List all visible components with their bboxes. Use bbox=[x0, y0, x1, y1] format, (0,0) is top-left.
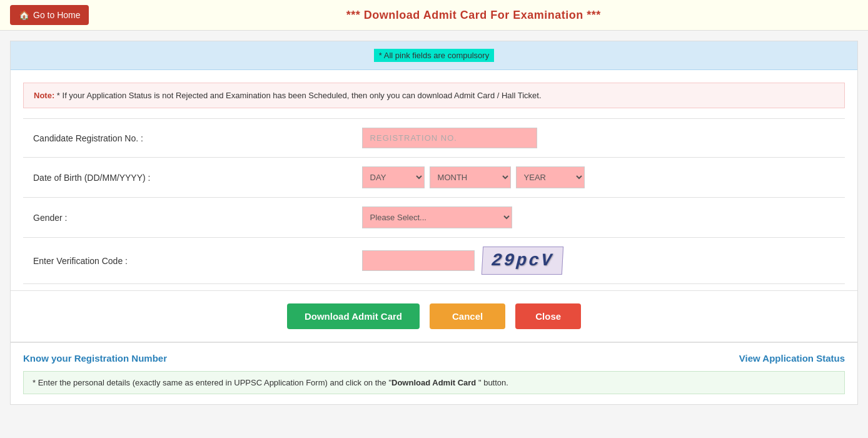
dob-group: DAY MONTH YEAR bbox=[362, 166, 835, 188]
field-cell-dob: DAY MONTH YEAR bbox=[352, 158, 845, 198]
field-label-registration: Candidate Registration No. : bbox=[23, 119, 352, 158]
captcha-image: 29pcV bbox=[481, 247, 563, 275]
field-label-verification: Enter Verification Code : bbox=[23, 238, 352, 284]
home-icon: 🏠 bbox=[19, 10, 29, 20]
table-row: Date of Birth (DD/MM/YYYY) : DAY MONTH Y… bbox=[23, 158, 845, 198]
year-select[interactable]: YEAR bbox=[516, 166, 585, 188]
form-table: Candidate Registration No. : Date of Bir… bbox=[23, 118, 845, 284]
note-box: Note: * If your Application Status is no… bbox=[23, 83, 845, 108]
bottom-section: Know your Registration Number View Appli… bbox=[11, 342, 857, 404]
view-application-status-link[interactable]: View Application Status bbox=[739, 353, 845, 364]
know-registration-link[interactable]: Know your Registration Number bbox=[23, 353, 167, 364]
go-to-home-button[interactable]: 🏠 Go to Home bbox=[10, 5, 89, 25]
form-area: Note: * If your Application Status is no… bbox=[11, 70, 857, 290]
table-row: Enter Verification Code : 29pcV bbox=[23, 238, 845, 284]
note-label: Note: bbox=[34, 91, 54, 100]
verification-input[interactable] bbox=[362, 250, 475, 271]
instruction-box: * Enter the personal details (exactly sa… bbox=[23, 371, 845, 394]
bottom-links: Know your Registration Number View Appli… bbox=[23, 353, 845, 364]
registration-input[interactable] bbox=[362, 128, 537, 148]
field-label-gender: Gender : bbox=[23, 198, 352, 238]
table-row: Gender : Please Select... Male Female Ot… bbox=[23, 198, 845, 238]
field-label-dob: Date of Birth (DD/MM/YYYY) : bbox=[23, 158, 352, 198]
instruction-text: * Enter the personal details (exactly sa… bbox=[33, 378, 391, 387]
cancel-button[interactable]: Cancel bbox=[430, 303, 505, 329]
main-container: * All pink fields are compulsory Note: *… bbox=[10, 41, 858, 405]
info-bar: * All pink fields are compulsory bbox=[11, 41, 857, 70]
download-admit-card-button[interactable]: Download Admit Card bbox=[287, 303, 420, 329]
page-title: *** Download Admit Card For Examination … bbox=[89, 9, 858, 22]
field-cell-verification: 29pcV bbox=[352, 238, 845, 284]
verification-group: 29pcV bbox=[362, 247, 835, 275]
instruction-bold-text: Download Admit Card bbox=[391, 378, 478, 387]
action-row: Download Admit Card Cancel Close bbox=[11, 290, 857, 342]
month-select[interactable]: MONTH bbox=[430, 166, 511, 188]
compulsory-notice: * All pink fields are compulsory bbox=[374, 49, 494, 62]
instruction-end-text: " button. bbox=[478, 378, 508, 387]
table-row: Candidate Registration No. : bbox=[23, 119, 845, 158]
gender-select[interactable]: Please Select... Male Female Other bbox=[362, 206, 512, 228]
close-button[interactable]: Close bbox=[515, 303, 581, 329]
header: 🏠 Go to Home *** Download Admit Card For… bbox=[0, 0, 868, 31]
day-select[interactable]: DAY bbox=[362, 166, 425, 188]
field-cell-registration bbox=[352, 119, 845, 158]
field-cell-gender: Please Select... Male Female Other bbox=[352, 198, 845, 238]
note-text: * If your Application Status is not Reje… bbox=[57, 91, 542, 100]
